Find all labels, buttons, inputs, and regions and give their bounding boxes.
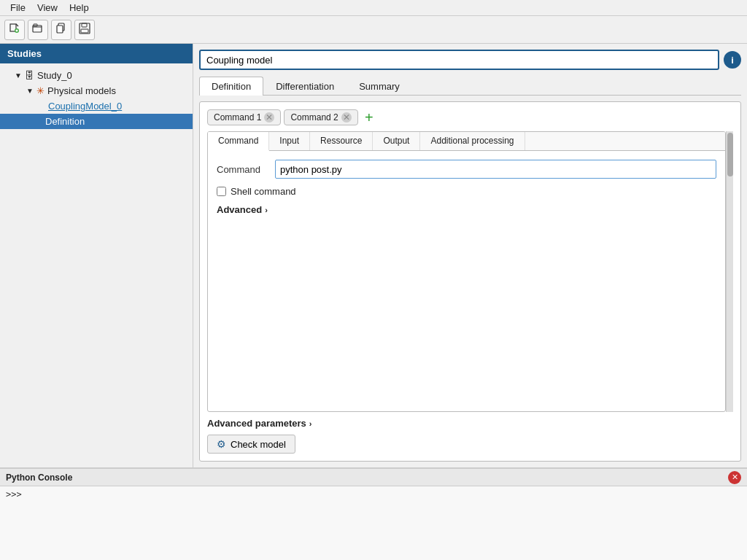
console-title: Python Console [6,472,72,483]
cmd-tab-2-close[interactable]: ✕ [341,112,352,122]
console-close-button[interactable]: ✕ [728,471,741,484]
cmd-tab-1-label: Command 1 [214,112,261,122]
cmd-tab-1-close[interactable]: ✕ [264,112,274,122]
add-command-button[interactable]: + [361,109,377,125]
tree-arrow-physical: ▼ [26,87,34,95]
command-label: Command [217,164,275,175]
advanced-params-label: Advanced parameters [207,418,306,429]
inner-scrollbar[interactable] [726,131,733,412]
inner-tab-additional[interactable]: Additional processing [420,132,525,150]
tree-label-coupling-model: CouplingModel_0 [48,101,122,112]
inner-tab-input[interactable]: Input [269,132,310,150]
tree-area: ▼ 🗄 Study_0 ▼ ✳ Physical models — Coupli… [0,63,193,133]
sidebar-header: Studies [0,44,193,63]
save-button[interactable] [74,20,95,40]
main-container: Studies ▼ 🗄 Study_0 ▼ ✳ Physical models … [0,44,747,560]
menu-file[interactable]: File [4,1,31,15]
menu-help[interactable]: Help [63,1,95,15]
info-button[interactable]: i [724,51,741,69]
advanced-label: Advanced [217,204,262,215]
cmd-tab-1[interactable]: Command 1 ✕ [207,109,281,125]
command-tabs-bar: Command 1 ✕ Command 2 ✕ + [207,109,733,125]
copy-button[interactable] [51,20,71,40]
tree-item-study[interactable]: ▼ 🗄 Study_0 [0,68,193,83]
tree-arrow-study: ▼ [15,71,22,79]
shell-command-label: Shell command [231,186,296,197]
scrollbar-thumb [727,133,733,176]
advanced-chevron-icon: › [265,206,268,214]
console-body[interactable]: >>> [0,486,747,560]
shell-command-checkbox[interactable] [217,187,226,196]
inner-tab-ressource[interactable]: Ressource [310,132,373,150]
python-console: Python Console ✕ >>> [0,467,747,560]
svg-rect-8 [57,26,63,33]
content-area: Studies ▼ 🗄 Study_0 ▼ ✳ Physical models … [0,44,747,467]
advanced-params-row[interactable]: Advanced parameters › [207,418,733,429]
tab-differentiation[interactable]: Differentiation [263,77,347,96]
panel-content: Command 1 ✕ Command 2 ✕ + Command Input [199,101,741,462]
new-button[interactable] [4,20,25,40]
inner-tabs: Command Input Ressource Output Additiona… [208,132,725,151]
tree-item-physical-models[interactable]: ▼ ✳ Physical models [0,83,193,98]
outer-tabs: Definition Differentiation Summary [199,76,741,96]
svg-rect-10 [82,23,87,27]
advanced-row[interactable]: Advanced › [217,204,716,215]
inner-panel: Command Input Ressource Output Additiona… [207,131,726,412]
inner-tab-output[interactable]: Output [373,132,420,150]
check-model-button[interactable]: ⚙ Check model [207,435,295,454]
new-icon [9,23,20,36]
right-panel: i Definition Differentiation Summary Com… [193,44,747,467]
console-header: Python Console ✕ [0,469,747,486]
menu-view[interactable]: View [31,1,63,15]
tree-label-definition: Definition [45,116,85,127]
command-input[interactable] [275,160,716,179]
copy-icon [55,23,67,36]
physical-models-icon: ✳ [36,85,44,96]
console-prompt: >>> [6,489,22,499]
toolbar [0,16,747,44]
study-icon: 🗄 [25,70,34,81]
open-button[interactable] [28,20,48,40]
model-title-input[interactable] [199,50,719,70]
bottom-area: Advanced parameters › ⚙ Check model [207,418,733,454]
tree-item-definition[interactable]: Definition [0,114,193,129]
tab-definition[interactable]: Definition [199,77,263,96]
inner-panel-wrapper: Command Input Ressource Output Additiona… [207,131,733,412]
menubar: File View Help [0,0,747,16]
inner-tab-command[interactable]: Command [208,132,269,151]
tree-label-study: Study_0 [37,70,72,81]
tree-item-coupling-model[interactable]: — CouplingModel_0 [0,98,193,114]
shell-command-row: Shell command [217,186,716,197]
title-bar: i [199,50,741,70]
tree-arrow-coupling: — [38,102,45,110]
check-model-label: Check model [231,439,286,450]
tree-label-physical-models: Physical models [47,85,116,96]
open-icon [32,23,44,36]
cmd-tab-2-label: Command 2 [290,112,338,122]
tab-summary[interactable]: Summary [347,77,412,96]
advanced-params-chevron-icon: › [309,419,312,428]
inner-content: Command Shell command Advanced › [208,151,725,411]
check-model-icon: ⚙ [217,438,226,450]
cmd-tab-2[interactable]: Command 2 ✕ [284,109,357,125]
sidebar: Studies ▼ 🗄 Study_0 ▼ ✳ Physical models … [0,44,193,467]
svg-rect-11 [81,29,88,33]
command-field-row: Command [217,160,716,179]
save-icon [79,23,90,36]
